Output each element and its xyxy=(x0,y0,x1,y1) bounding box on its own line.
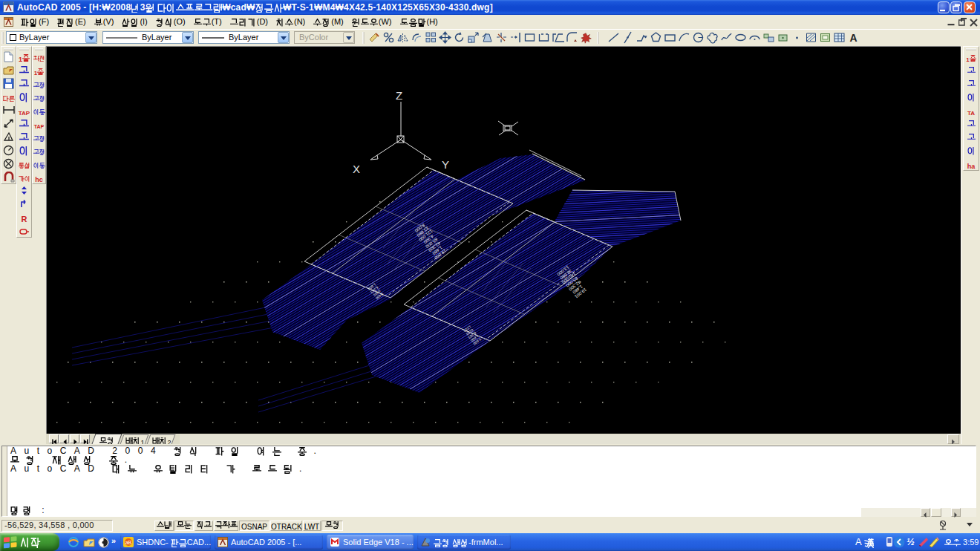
svg-text:A: A xyxy=(849,32,857,44)
svg-text:Y: Y xyxy=(442,158,449,171)
svg-text:X: X xyxy=(353,163,360,175)
svg-text:Z: Z xyxy=(396,89,402,102)
svg-text:aB: aB xyxy=(125,540,132,545)
